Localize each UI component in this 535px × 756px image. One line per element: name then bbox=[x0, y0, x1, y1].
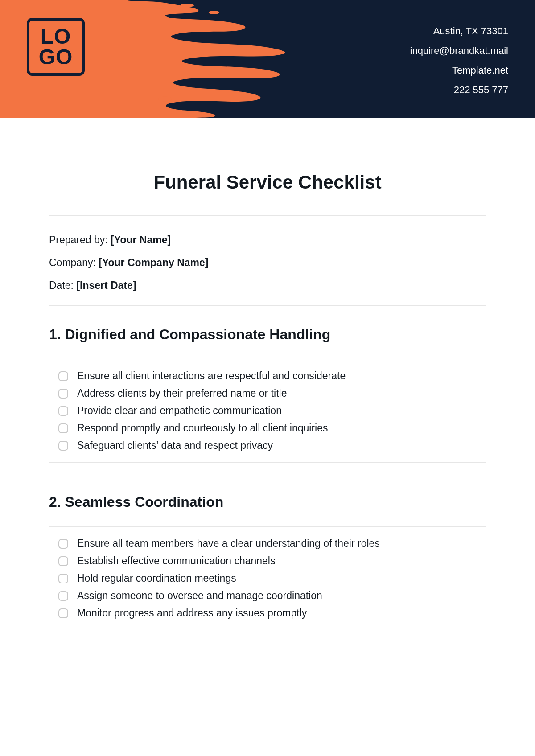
section-2-checklist: Ensure all team members have a clear und… bbox=[49, 526, 486, 630]
prepared-by-label: Prepared by: bbox=[49, 234, 111, 246]
date-value: [Insert Date] bbox=[76, 279, 136, 291]
checkbox-icon[interactable] bbox=[58, 441, 68, 451]
contact-info: Austin, TX 73301 inquire@brandkat.mail T… bbox=[410, 21, 508, 100]
checkbox-icon[interactable] bbox=[58, 556, 68, 566]
checklist-text: Safeguard clients' data and respect priv… bbox=[77, 440, 273, 452]
checkbox-icon[interactable] bbox=[58, 371, 68, 381]
checklist-item: Ensure all client interactions are respe… bbox=[58, 367, 477, 385]
section-2-heading: 2. Seamless Coordination bbox=[49, 494, 486, 510]
date-row: Date: [Insert Date] bbox=[49, 279, 486, 292]
checklist-text: Hold regular coordination meetings bbox=[77, 572, 236, 584]
contact-email: inquire@brandkat.mail bbox=[410, 41, 508, 61]
checklist-text: Monitor progress and address any issues … bbox=[77, 607, 307, 619]
date-label: Date: bbox=[49, 279, 76, 291]
checklist-item: Address clients by their preferred name … bbox=[58, 385, 477, 402]
document-header: LO GO Austin, TX 73301 inquire@brandkat.… bbox=[0, 0, 535, 118]
checklist-text: Assign someone to oversee and manage coo… bbox=[77, 590, 322, 602]
divider bbox=[49, 305, 486, 306]
document-title: Funeral Service Checklist bbox=[49, 172, 486, 193]
prepared-by-row: Prepared by: [Your Name] bbox=[49, 234, 486, 246]
checklist-item: Monitor progress and address any issues … bbox=[58, 604, 477, 622]
svg-point-1 bbox=[181, 4, 194, 7]
company-row: Company: [Your Company Name] bbox=[49, 257, 486, 269]
contact-phone: 222 555 777 bbox=[410, 80, 508, 100]
checklist-text: Ensure all team members have a clear und… bbox=[77, 538, 380, 550]
checkbox-icon[interactable] bbox=[58, 591, 68, 601]
checklist-item: Safeguard clients' data and respect priv… bbox=[58, 437, 477, 454]
document-content: Funeral Service Checklist Prepared by: [… bbox=[0, 118, 535, 630]
checkbox-icon[interactable] bbox=[58, 423, 68, 433]
company-label: Company: bbox=[49, 257, 99, 268]
section-1-checklist: Ensure all client interactions are respe… bbox=[49, 359, 486, 463]
svg-point-4 bbox=[158, 96, 172, 102]
checklist-item: Establish effective communication channe… bbox=[58, 552, 477, 570]
checklist-text: Provide clear and empathetic communicati… bbox=[77, 405, 282, 417]
meta-section: Prepared by: [Your Name] Company: [Your … bbox=[49, 234, 486, 292]
checklist-item: Provide clear and empathetic communicati… bbox=[58, 402, 477, 419]
checklist-item: Assign someone to oversee and manage coo… bbox=[58, 587, 477, 604]
section-1-heading: 1. Dignified and Compassionate Handling bbox=[49, 326, 486, 343]
checklist-text: Respond promptly and courteously to all … bbox=[77, 422, 328, 434]
logo-text-line1: LO bbox=[41, 26, 71, 47]
checkbox-icon[interactable] bbox=[58, 539, 68, 549]
checklist-text: Ensure all client interactions are respe… bbox=[77, 370, 346, 382]
checkbox-icon[interactable] bbox=[58, 389, 68, 399]
checklist-text: Establish effective communication channe… bbox=[77, 555, 275, 567]
checklist-item: Ensure all team members have a clear und… bbox=[58, 535, 477, 552]
prepared-by-value: [Your Name] bbox=[111, 234, 171, 246]
divider bbox=[49, 215, 486, 216]
checkbox-icon[interactable] bbox=[58, 608, 68, 618]
contact-address: Austin, TX 73301 bbox=[410, 21, 508, 41]
company-value: [Your Company Name] bbox=[99, 257, 208, 268]
svg-point-3 bbox=[276, 51, 285, 54]
logo: LO GO bbox=[27, 18, 85, 76]
contact-website: Template.net bbox=[410, 61, 508, 80]
checklist-item: Hold regular coordination meetings bbox=[58, 570, 477, 587]
svg-point-2 bbox=[209, 11, 219, 14]
checkbox-icon[interactable] bbox=[58, 406, 68, 416]
checklist-text: Address clients by their preferred name … bbox=[77, 387, 287, 399]
svg-point-0 bbox=[152, 4, 169, 9]
checklist-item: Respond promptly and courteously to all … bbox=[58, 419, 477, 437]
checkbox-icon[interactable] bbox=[58, 574, 68, 583]
logo-text-line2: GO bbox=[39, 47, 73, 67]
